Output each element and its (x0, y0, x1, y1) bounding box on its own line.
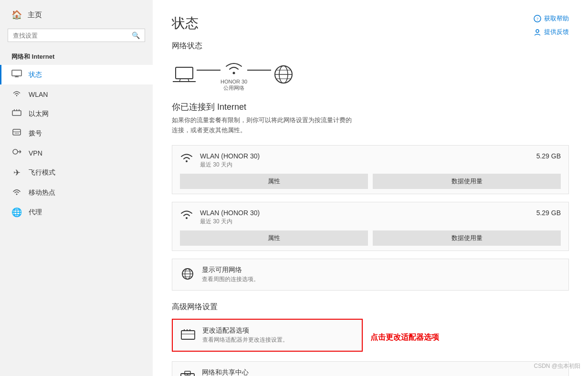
watermark: CSDN @虫本初阳 (534, 362, 580, 370)
network-card-2-size: 5.29 GB (536, 209, 561, 217)
show-networks-text: 显示可用网络 查看周围的连接选项。 (202, 266, 259, 283)
sidebar-item-vpn-label: VPN (29, 149, 42, 157)
help-links: ? 获取帮助 提供反馈 (534, 14, 569, 36)
sidebar-item-wlan[interactable]: WLAN (0, 84, 153, 104)
svg-point-13 (13, 149, 18, 154)
svg-point-20 (536, 30, 539, 32)
network-card-1: WLAN (HONOR 30) 最近 30 天内 5.29 GB 属性 数据使用… (172, 145, 569, 194)
home-icon: 🏠 (11, 10, 22, 20)
svg-point-32 (186, 160, 188, 162)
sidebar-item-vpn[interactable]: VPN (0, 143, 153, 163)
svg-point-11 (16, 133, 17, 134)
svg-rect-4 (12, 111, 21, 115)
get-help-label: 获取帮助 (544, 14, 569, 23)
adapter-options-item[interactable]: 更改适配器选项 查看网络适配器并更改连接设置。 (172, 319, 363, 352)
search-input[interactable] (13, 32, 132, 39)
feedback-icon (534, 28, 541, 36)
sidebar-item-proxy-label: 代理 (29, 208, 42, 217)
svg-rect-39 (181, 331, 195, 339)
sharing-center-item[interactable]: 网络和共享中心 根据所连接到的网络，决定要共享的内容。 (172, 361, 569, 376)
properties-btn-2[interactable]: 属性 (180, 230, 368, 246)
adapter-icon (180, 328, 196, 343)
data-usage-btn-2[interactable]: 数据使用量 (373, 230, 561, 246)
annotation-text: 点击更改适配器选项 (370, 333, 439, 343)
sidebar-item-dialup-label: 拨号 (29, 129, 42, 138)
sidebar-item-hotspot[interactable]: 移动热点 (0, 183, 153, 202)
svg-rect-0 (12, 70, 21, 76)
network-card-1-name: WLAN (HONOR 30) (200, 152, 530, 160)
network-card-2-buttons: 属性 数据使用量 (180, 230, 561, 246)
line2 (247, 70, 271, 71)
wifi-icon-1 (180, 152, 193, 164)
sharing-icon (180, 370, 195, 376)
network-diagram: HONOR 30 公用网络 (172, 59, 569, 92)
sidebar-item-ethernet[interactable]: 以太网 (0, 104, 153, 124)
network-status-label: 网络状态 (172, 41, 569, 51)
search-box[interactable]: 🔍 (8, 29, 145, 42)
network-card-1-sub: 最近 30 天内 (200, 161, 530, 169)
sidebar-item-dialup[interactable]: 拨号 (0, 124, 153, 143)
home-label: 主页 (28, 10, 42, 20)
svg-point-17 (16, 194, 18, 195)
svg-rect-8 (13, 129, 21, 135)
sidebar-item-proxy[interactable]: 🌐 代理 (0, 202, 153, 222)
section-title: 网络和 Internet (0, 48, 153, 65)
show-networks-item[interactable]: 显示可用网络 查看周围的连接选项。 (172, 259, 569, 291)
show-networks-title: 显示可用网络 (202, 266, 259, 274)
feedback-label: 提供反馈 (544, 28, 569, 36)
svg-point-3 (16, 95, 17, 96)
get-help-link[interactable]: ? 获取帮助 (534, 14, 569, 23)
svg-rect-21 (176, 67, 193, 79)
wifi-icon-2 (180, 209, 193, 221)
network-card-1-size: 5.29 GB (536, 152, 561, 160)
search-icon: 🔍 (132, 31, 140, 39)
svg-point-33 (186, 217, 188, 219)
show-networks-icon (180, 267, 195, 282)
sidebar-item-airplane-label: 飞行模式 (29, 168, 55, 177)
ethernet-icon (11, 109, 22, 119)
network-type: 公用网络 (223, 84, 244, 92)
hotspot-icon (11, 188, 22, 198)
feedback-link[interactable]: 提供反馈 (534, 28, 569, 36)
network-card-2-name: WLAN (HONOR 30) (200, 209, 530, 217)
adapter-options-title: 更改适配器选项 (202, 326, 288, 335)
connected-title: 你已连接到 Internet (172, 101, 569, 113)
device-name: HONOR 30 (220, 79, 247, 84)
sidebar-home[interactable]: 🏠 主页 (0, 0, 153, 25)
network-card-1-info: WLAN (HONOR 30) 最近 30 天内 (200, 152, 530, 169)
properties-btn-1[interactable]: 属性 (180, 174, 368, 189)
status-icon (11, 70, 22, 80)
sidebar-item-ethernet-label: 以太网 (29, 110, 49, 118)
wlan-icon (11, 89, 22, 99)
sidebar-item-status-label: 状态 (29, 71, 42, 79)
sharing-center-text: 网络和共享中心 根据所连接到的网络，决定要共享的内容。 (202, 368, 311, 376)
dialup-icon (11, 128, 22, 138)
sidebar: 🏠 主页 🔍 网络和 Internet 状态 (0, 0, 153, 376)
page-title: 状态 (172, 14, 569, 32)
sharing-center-title: 网络和共享中心 (202, 368, 311, 376)
proxy-icon: 🌐 (11, 207, 22, 218)
line1 (197, 70, 220, 71)
network-card-2-sub: 最近 30 天内 (200, 218, 530, 226)
sidebar-item-status[interactable]: 状态 (0, 65, 153, 84)
network-card-2-info: WLAN (HONOR 30) 最近 30 天内 (200, 209, 530, 226)
svg-point-12 (18, 133, 19, 134)
data-usage-btn-1[interactable]: 数据使用量 (373, 174, 561, 189)
airplane-icon: ✈ (11, 167, 22, 178)
laptop-icon (172, 65, 197, 85)
svg-text:?: ? (536, 17, 538, 21)
adapter-options-sub: 查看网络适配器并更改连接设置。 (202, 336, 288, 344)
connected-desc: 如果你的流量套餐有限制，则你可以将此网络设置为按流量计费的连接，或者更改其他属性… (172, 115, 569, 136)
sidebar-item-airplane[interactable]: ✈ 飞行模式 (0, 163, 153, 183)
internet-icon (271, 64, 296, 86)
vpn-icon (11, 148, 22, 158)
wifi-diagram-icon: HONOR 30 公用网络 (220, 59, 247, 92)
advanced-title: 高级网络设置 (172, 302, 569, 312)
svg-point-10 (15, 133, 16, 134)
sidebar-nav: 状态 WLAN 以太网 (0, 65, 153, 222)
network-card-1-buttons: 属性 数据使用量 (180, 174, 561, 189)
sidebar-item-wlan-label: WLAN (29, 91, 48, 98)
help-icon: ? (534, 15, 541, 22)
network-card-2: WLAN (HONOR 30) 最近 30 天内 5.29 GB 属性 数据使用… (172, 202, 569, 251)
main-content: ? 获取帮助 提供反馈 状态 网络状态 (153, 0, 588, 376)
